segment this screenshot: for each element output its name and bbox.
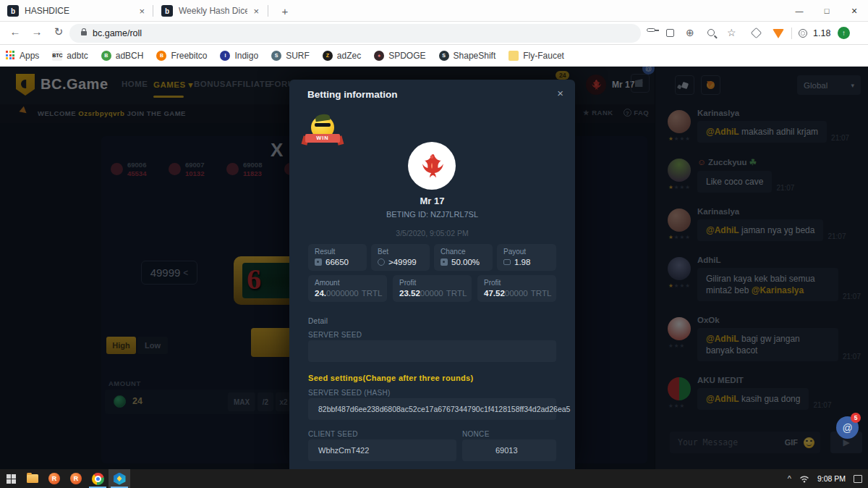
dice-icon [441,258,448,266]
key-icon[interactable] [647,28,655,32]
betting-id: BETING ID: NZJ7LRL7SL [289,210,575,219]
site-favicon: b [161,5,173,17]
page-content: BC.Game HOME GAMES ▾ BONUS AFFILIATE FOR… [0,67,868,469]
bookmark-apps[interactable]: Apps [6,51,39,61]
stat-label: Profit [399,279,465,287]
client-seed-label: CLIENT SEED [308,430,358,438]
amount-dim: 00000 [420,289,443,298]
bookmark-spdoge[interactable]: ♠SPDOGE [374,51,425,61]
server-seed-hash-field[interactable]: 82bbf487d6ee238d6808ac52ce17a6767344790c… [308,398,556,420]
modal-title: Betting information [307,89,398,100]
bookmark-shapeshift[interactable]: SShapeShift [439,51,496,61]
folder-icon [509,51,519,61]
window-close-button[interactable]: × [841,0,868,22]
wifi-icon[interactable] [799,474,809,483]
tab-close-icon[interactable]: × [139,6,145,17]
forward-icon[interactable]: → [29,25,45,38]
tab-separator [153,5,153,17]
bookmark-adbch[interactable]: BadBCH [101,51,144,61]
stat-chance: Chance 50.00% [434,244,493,271]
amount-dim: 0000000 [326,289,359,298]
bookmarks-bar: Apps BTCadbtc BadBCH BFreebitco IIndigo … [0,45,868,67]
shapeshift-icon: S [439,51,449,61]
stat-label: Bet [378,248,423,256]
adzec-icon: Z [323,51,333,61]
maximize-button[interactable]: □ [813,0,841,22]
player-name: Mr 17 [289,195,575,206]
freebitco-icon: B [156,51,166,61]
stat-result: Result 66650 [308,244,367,271]
chrome-taskbar-button[interactable] [87,469,109,488]
client-seed-field[interactable]: WbhzCmT422 [308,439,456,461]
file-explorer-button[interactable] [22,469,43,488]
stat-value: 66650 [326,258,349,266]
minimize-button[interactable]: — [786,0,813,22]
currency-label: TRTL [362,289,383,298]
server-seed-field[interactable] [308,340,556,362]
bookmark-label: ShapeShift [454,51,496,61]
apps-grid-icon [6,51,15,60]
spdoge-icon: ♠ [374,51,384,61]
windows-taskbar: R R ^ 9:08 PM [0,469,868,488]
adbch-icon: B [101,51,111,61]
bookmark-flyfaucet[interactable]: Fly-Faucet [509,51,564,61]
metamask-fox-icon[interactable] [773,29,784,38]
price-ticker-icon[interactable] [799,29,807,38]
bookmark-indigo[interactable]: IIndigo [220,51,258,61]
mentions-button[interactable]: @ 5 [836,416,859,439]
bookmark-label: Indigo [234,51,258,61]
tray-chevron-icon[interactable]: ^ [788,474,791,483]
extension-cube-icon[interactable] [752,29,760,37]
taskbar-clock[interactable]: 9:08 PM [817,474,846,483]
detail-label: Detail [308,317,328,325]
stat-payout: Payout 1.98 [497,244,556,271]
stat-value: >49999 [388,258,417,266]
win-badge: WIN [309,116,336,143]
update-icon[interactable]: ↑ [838,27,850,39]
nonce-field[interactable]: 69013 [462,439,556,461]
stat-label: Profit [484,279,550,287]
bookmark-freebitco[interactable]: BFreebitco [156,51,207,61]
screen: b HASHDICE × b Weekly Hash Dice Challeng… [0,0,868,488]
mention-count-badge: 5 [851,413,861,423]
tab-close-icon[interactable]: × [253,6,259,17]
bookmark-label: adbtc [67,51,88,61]
address-bar[interactable]: bc.game/roll [69,24,641,43]
bookmark-adzec[interactable]: ZadZec [323,51,361,61]
app-r2-button[interactable]: R [65,469,87,488]
bookmark-surf[interactable]: SSURF [271,51,310,61]
coin-icon [378,258,385,266]
active-app-button[interactable] [109,469,130,488]
r-app-icon: R [48,473,60,484]
tab-separator [268,5,268,17]
price-badge: 1.18 [813,28,830,38]
stat-value: 50.00% [451,258,480,266]
seed-settings-heading: Seed settings(Change after three rounds) [308,374,473,382]
bookmark-star-icon[interactable]: ☆ [727,27,736,38]
start-button[interactable] [0,469,22,488]
app-r1-button[interactable]: R [43,469,65,488]
reload-icon[interactable]: ↻ [51,25,67,38]
bookmark-adbtc[interactable]: BTCadbtc [52,51,88,61]
indigo-icon: I [220,51,230,61]
zoom-in-icon[interactable]: ⊕ [686,27,694,38]
external-icon[interactable] [666,29,674,37]
tab-hashdice[interactable]: b HASHDICE × [0,0,152,22]
modal-close-icon[interactable]: × [557,87,563,99]
bookmark-label: SURF [286,51,310,61]
action-center-icon[interactable] [854,475,862,483]
stat-label: Chance [441,248,486,256]
new-tab-button[interactable]: + [275,0,295,22]
back-icon[interactable]: ← [7,25,23,38]
stat-profit-1: Profit 23.5200000TRTL [393,275,472,302]
bookmark-label: SPDOGE [388,51,425,61]
search-icon[interactable] [707,29,715,36]
player-avatar[interactable] [408,142,456,190]
tab-weekly-challenge[interactable]: b Weekly Hash Dice Challenge - Se × [154,0,266,22]
stat-label: Result [315,248,360,256]
amount-dim: 00000 [505,289,528,298]
server-seed-label: SERVER SEED [308,331,362,339]
url-text[interactable]: bc.game/roll [93,28,142,38]
bookmark-label: Fly-Faucet [523,51,564,61]
surf-icon: S [271,51,281,61]
